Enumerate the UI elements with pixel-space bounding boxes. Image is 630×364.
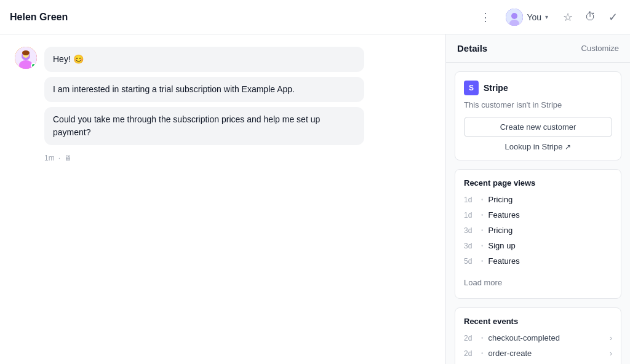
clock-icon: ⏱ (585, 10, 596, 23)
details-header: Details Customize (446, 34, 630, 63)
user-name: You (527, 12, 541, 22)
recent-events-title: Recent events (464, 317, 612, 326)
dot-separator: • (481, 334, 484, 341)
dot-separator: • (481, 212, 484, 218)
page-name: Pricing (488, 226, 513, 235)
time-label: 3d (464, 226, 476, 235)
device-icon: · (58, 154, 60, 162)
time-label: 3d (464, 242, 476, 250)
list-item[interactable]: 2d • order-create › (464, 349, 612, 358)
star-button[interactable]: ☆ (560, 8, 575, 26)
page-name: Features (488, 256, 520, 266)
list-item[interactable]: 2d • checkout-completed › (464, 333, 612, 342)
screen-icon: 🖥 (64, 154, 71, 162)
recent-events-card: Recent events 2d • checkout-completed › … (455, 307, 621, 364)
message-bubble: Could you take me through the subscripti… (44, 107, 364, 145)
time-label: 2d (464, 334, 476, 342)
recent-page-views-title: Recent page views (464, 178, 612, 188)
load-more-button[interactable]: Load more (464, 275, 502, 290)
details-title: Details (457, 43, 487, 53)
lookup-stripe-link[interactable]: Lookup in Stripe ↗ (464, 142, 612, 151)
user-badge[interactable]: You ▾ (501, 6, 553, 28)
stripe-subtitle: This customer isn't in Stripe (464, 100, 612, 109)
contact-avatar (15, 47, 37, 69)
list-item: 1d • Features (464, 210, 612, 220)
page-name: Pricing (488, 195, 513, 204)
details-panel: Details Customize S Stripe This customer… (445, 34, 630, 364)
clock-button[interactable]: ⏱ (583, 8, 599, 26)
avatar (506, 9, 523, 26)
event-name: checkout-completed (488, 333, 605, 342)
list-item: 5d • Features (464, 256, 612, 266)
external-link-icon: ↗ (565, 143, 571, 151)
check-icon: ✓ (608, 10, 618, 24)
stripe-icon: S (464, 81, 479, 95)
more-icon: ⋮ (480, 10, 491, 24)
time-label: 1d (464, 211, 476, 220)
list-item: 1d • Pricing (464, 195, 612, 204)
header: Helen Green ⋮ You ▾ ☆ ⏱ ✓ (0, 0, 630, 34)
chevron-down-icon: ▾ (545, 14, 548, 20)
stripe-name: Stripe (484, 83, 508, 93)
main-layout: Hey! 😊 I am interested in starting a tri… (0, 34, 630, 364)
check-button[interactable]: ✓ (606, 8, 620, 26)
header-left: Helen Green (10, 12, 68, 23)
dot-separator: • (481, 350, 484, 357)
event-name: order-create (488, 349, 605, 358)
header-actions: ⋮ You ▾ ☆ ⏱ ✓ (477, 6, 620, 28)
message-bubble: I am interested in starting a trial subs… (44, 77, 364, 102)
recent-page-views-card: Recent page views 1d • Pricing 1d • Feat… (455, 169, 621, 299)
time-label: 2d (464, 349, 476, 358)
chevron-right-icon: › (610, 334, 612, 342)
stripe-header: S Stripe (464, 81, 612, 95)
chat-panel: Hey! 😊 I am interested in starting a tri… (0, 34, 445, 364)
page-title: Helen Green (10, 12, 68, 23)
more-options-button[interactable]: ⋮ (477, 8, 493, 26)
message-bubble: Hey! 😊 (44, 47, 364, 72)
dot-separator: • (481, 227, 484, 234)
list-item: 3d • Sign up (464, 241, 612, 250)
svg-point-7 (22, 50, 30, 55)
dot-separator: • (481, 242, 484, 249)
dot-separator: • (481, 258, 484, 264)
list-item: 3d • Pricing (464, 226, 612, 235)
time-label: 5d (464, 257, 476, 266)
chevron-right-icon: › (610, 349, 612, 358)
dot-separator: • (481, 196, 484, 203)
page-name: Sign up (488, 241, 516, 250)
stripe-card: S Stripe This customer isn't in Stripe C… (455, 71, 621, 160)
messages-column: Hey! 😊 I am interested in starting a tri… (44, 47, 364, 162)
time-label: 1d (464, 196, 476, 204)
star-icon: ☆ (563, 10, 573, 24)
svg-point-1 (511, 13, 517, 19)
message-group: Hey! 😊 I am interested in starting a tri… (15, 47, 431, 162)
customize-button[interactable]: Customize (581, 44, 619, 53)
online-indicator (31, 63, 36, 68)
message-timestamp: 1m · 🖥 (44, 154, 364, 162)
page-name: Features (488, 210, 520, 220)
create-customer-button[interactable]: Create new customer (464, 117, 612, 137)
